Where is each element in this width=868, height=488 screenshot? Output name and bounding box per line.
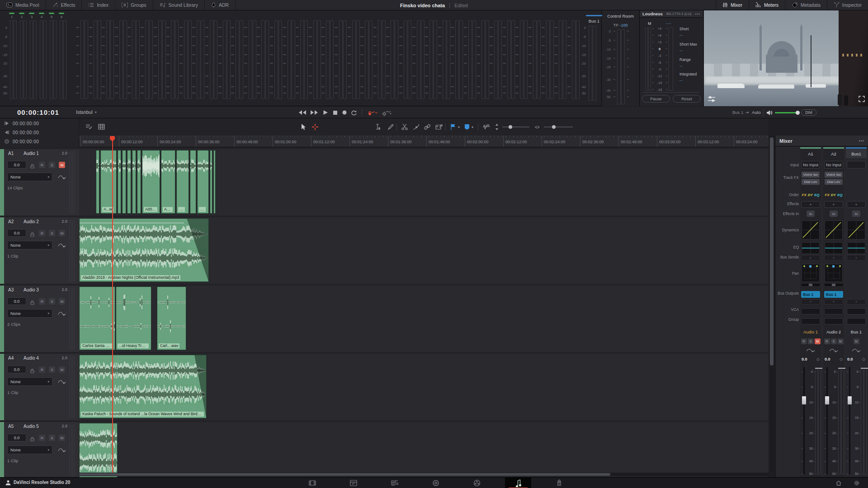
mixer-eq-graph[interactable]	[802, 242, 820, 254]
metadata-button[interactable]: Metadata	[785, 0, 827, 10]
audio-clip[interactable]: …	[197, 150, 209, 214]
mixer-channel-header[interactable]: A1	[800, 149, 821, 158]
page-tab-cut[interactable]	[340, 478, 367, 488]
fader-track[interactable]	[803, 367, 805, 474]
mixer-channel-name[interactable]: Audio 2	[823, 328, 844, 335]
preview-mixer-overlay-icon[interactable]	[708, 95, 716, 103]
rec-button[interactable]: R	[39, 366, 45, 373]
clip-fade-out[interactable]	[194, 355, 206, 418]
mixer-order[interactable]: FXDYEQ	[823, 192, 844, 198]
mixer-fader-value[interactable]: 0.0◇	[802, 356, 820, 362]
mixer-mute-button[interactable]: M	[854, 338, 859, 344]
audio-clip[interactable]	[190, 150, 196, 214]
fader-handle[interactable]	[847, 396, 852, 405]
mixer-bus-sends-add[interactable]: +	[824, 255, 843, 261]
speaker-icon[interactable]	[766, 107, 773, 118]
audio-clip[interactable]: A...w	[161, 150, 175, 214]
track-eq-dropdown[interactable]: None▾	[7, 309, 52, 318]
page-tab-deliver[interactable]	[546, 478, 572, 488]
project-settings-button[interactable]	[850, 478, 863, 488]
lock-icon[interactable]	[30, 435, 35, 443]
pan-diamond-icon[interactable]: ◇	[816, 357, 820, 361]
fader-handle[interactable]	[825, 396, 830, 405]
track-header-a1[interactable]: A1Audio 12.00.0RSMNone▾14 Clips	[0, 149, 79, 216]
adr-button[interactable]: ADR	[205, 0, 236, 10]
solo-button[interactable]: S	[49, 435, 55, 441]
track-automation-icon[interactable]	[58, 174, 66, 182]
track-fx-chip[interactable]: Voice Iso	[825, 172, 843, 178]
dim-button[interactable]: DIM	[801, 109, 816, 116]
track-gain-field[interactable]: 0.0	[7, 161, 26, 169]
mixer-vca-slot[interactable]	[801, 308, 820, 314]
page-tab-media[interactable]	[299, 478, 326, 488]
track-gain-field[interactable]: 0.0	[7, 434, 26, 441]
automation-toggle-button[interactable]	[367, 107, 378, 118]
home-button[interactable]	[832, 478, 845, 488]
lock-icon[interactable]	[30, 230, 35, 239]
page-tab-fusion[interactable]	[423, 478, 449, 488]
mixer-dynamics-graph[interactable]	[847, 221, 865, 239]
track-eq-dropdown[interactable]: None▾	[7, 241, 52, 249]
audio-clip[interactable]	[127, 150, 131, 214]
mixer-pan-slider-thumb[interactable]	[832, 284, 835, 286]
groups-button[interactable]: Groups	[115, 0, 153, 10]
pencil-tool-icon[interactable]	[387, 118, 395, 136]
marker-icon[interactable]	[463, 118, 471, 136]
vertical-scrollbar-thumb[interactable]	[770, 137, 774, 366]
track-header-a4[interactable]: A4Audio 42.00.0RSMNone▾1 Clip	[0, 354, 79, 420]
audio-clip[interactable]: …	[176, 150, 189, 214]
audio-clip[interactable]	[132, 150, 136, 214]
mixer-mute-button[interactable]: M	[838, 338, 844, 344]
page-tab-edit[interactable]	[382, 478, 408, 488]
audio-clip[interactable]: Carl....wav	[157, 286, 186, 350]
mixer-bus-output-add[interactable]: +	[801, 299, 820, 305]
mixer-channel-name[interactable]: Audio 1	[800, 328, 821, 335]
horizontal-scrollbar-thumb[interactable]	[79, 473, 610, 476]
clip-keyframe-icon[interactable]	[435, 118, 443, 136]
mixer-bus-sends-add[interactable]: +	[847, 255, 866, 261]
solo-button[interactable]: S	[49, 230, 55, 236]
mixer-bus-output-chip[interactable]: Bus 1	[824, 291, 843, 298]
audio-clip[interactable]	[213, 150, 216, 214]
preview-expand-icon[interactable]	[858, 95, 865, 103]
link-clips-icon[interactable]	[424, 118, 431, 136]
rec-button[interactable]: R	[39, 162, 45, 168]
track-gain-field[interactable]: 0.0	[7, 229, 26, 237]
mixer-vca-slot[interactable]	[824, 308, 843, 314]
track-header-a5[interactable]: A5Audio 52.00.0RSMNone▾1 Clip	[0, 422, 79, 477]
timeline-selector[interactable]: Istanbul ▾	[76, 109, 97, 115]
mixer-record-button[interactable]: R	[824, 338, 830, 344]
pointer-tool-icon[interactable]	[300, 118, 307, 136]
razor-tool-icon[interactable]	[311, 118, 319, 136]
page-tab-color[interactable]	[464, 478, 490, 488]
chevron-down-icon[interactable]: ▾	[458, 118, 460, 136]
track-gain-field[interactable]: 0.0	[7, 366, 26, 373]
track-header-a3[interactable]: A3Audio 32.00.0RSMNone▾2 Clips	[0, 286, 79, 352]
monitor-source-label[interactable]: Bus 1	[732, 110, 743, 115]
track-gain-field[interactable]: 0.0	[7, 297, 26, 305]
loudness-pause-button[interactable]: Pause	[642, 95, 670, 103]
mixer-effects-add-button[interactable]: +	[801, 201, 820, 208]
audio-clip[interactable]	[96, 150, 99, 214]
horizontal-zoom-icon[interactable]: <>	[535, 118, 539, 136]
meters-toggle-button[interactable]: Meters	[749, 0, 785, 10]
mixer-eq-graph[interactable]	[847, 242, 865, 254]
mute-button[interactable]: M	[59, 435, 65, 441]
mute-button[interactable]: M	[59, 298, 65, 305]
stop-button[interactable]	[333, 107, 338, 118]
playhead-line[interactable]	[112, 136, 113, 473]
timeline-ruler[interactable]: 00:00:00:0000:00:12:0000:00:24:0000:00:3…	[79, 136, 769, 147]
mixer-automation-icon[interactable]	[823, 347, 844, 353]
audio-clip[interactable]: Carlos Santa Rita -	[79, 286, 115, 350]
flag-icon[interactable]	[450, 118, 457, 136]
mixer-input-selector[interactable]	[847, 161, 866, 169]
index-button[interactable]: Index	[82, 0, 115, 10]
monitor-volume-slider[interactable]	[775, 112, 798, 113]
loop-button[interactable]	[351, 107, 357, 118]
inspector-button[interactable]: Inspector	[827, 0, 868, 10]
mixer-pan-slider-thumb[interactable]	[809, 284, 812, 286]
mixer-bus-output-add[interactable]: +	[847, 299, 866, 305]
mute-button[interactable]: M	[59, 162, 65, 168]
track-fx-chip[interactable]: Dial Lev	[802, 179, 820, 185]
track-eq-dropdown[interactable]: None▾	[7, 173, 52, 181]
